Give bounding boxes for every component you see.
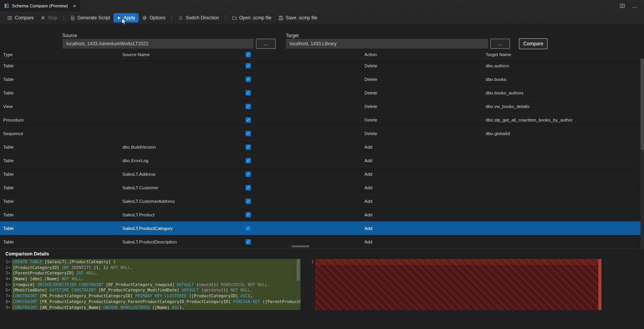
checkbox-checked-icon: ✓ bbox=[246, 77, 251, 82]
row-action: Delete bbox=[364, 91, 486, 95]
horizontal-scrollbar-thumb[interactable] bbox=[292, 245, 309, 247]
grid-row[interactable]: TableSalesLT.Product✓Add bbox=[0, 208, 644, 221]
generate-script-label: Generate Script bbox=[77, 15, 110, 21]
compare-icon bbox=[7, 15, 12, 21]
row-type: Table bbox=[0, 77, 122, 82]
grid-row[interactable]: TableSalesLT.ProductCategory✓Add bbox=[0, 221, 644, 235]
checkbox-checked-icon: ✓ bbox=[246, 104, 251, 109]
row-source-name: SalesLT.CustomerAddress bbox=[122, 199, 239, 204]
checkbox-checked-icon: ✓ bbox=[246, 131, 251, 136]
options-label: Options bbox=[149, 15, 165, 21]
row-include-checkbox[interactable]: ✓ bbox=[239, 77, 258, 82]
switch-direction-label: Switch Direction bbox=[185, 15, 219, 21]
row-type: Table bbox=[0, 145, 122, 149]
deleted-region-ruler bbox=[598, 259, 601, 310]
diff-scrollbar-thumb[interactable] bbox=[297, 259, 300, 281]
save-icon bbox=[278, 15, 283, 21]
run-compare-button[interactable]: Compare bbox=[519, 38, 548, 49]
schema-compare-icon bbox=[4, 3, 9, 9]
row-type: View bbox=[0, 104, 122, 109]
row-action: Add bbox=[364, 199, 486, 204]
vertical-scrollbar-thumb[interactable] bbox=[641, 59, 644, 150]
comparison-details-panel: Comparison Details 1+CREATE TABLE [Sales… bbox=[0, 248, 644, 329]
grid-row[interactable]: TableSalesLT.ProductDescription✓Add bbox=[0, 235, 644, 248]
target-diff-pane: 1 bbox=[306, 259, 601, 329]
select-all-checkbox[interactable]: ✓ bbox=[239, 52, 258, 57]
checkbox-checked-icon: ✓ bbox=[246, 171, 251, 177]
row-action: Add bbox=[364, 145, 486, 149]
checkbox-checked-icon: ✓ bbox=[246, 144, 251, 150]
save-scmp-button[interactable]: Save .scmp file bbox=[275, 13, 321, 22]
apply-button[interactable]: Apply bbox=[113, 13, 139, 22]
row-include-checkbox[interactable]: ✓ bbox=[239, 131, 258, 136]
close-icon[interactable]: × bbox=[73, 3, 76, 9]
source-diff-pane: 1+CREATE TABLE [SalesLT].[ProductCategor… bbox=[0, 259, 301, 329]
grid-row[interactable]: Sequence✓Deletedbo.globalId bbox=[0, 127, 644, 140]
source-diff-code: 1+CREATE TABLE [SalesLT].[ProductCategor… bbox=[0, 259, 301, 310]
deleted-region-block bbox=[315, 259, 598, 310]
row-source-name: SalesLT.ProductDescription bbox=[122, 240, 239, 244]
row-include-checkbox[interactable]: ✓ bbox=[239, 63, 258, 69]
checkbox-checked-icon: ✓ bbox=[246, 226, 251, 231]
code-line: 5+[rowguid] UNIQUEIDENTIFIER CONSTRAINT … bbox=[0, 282, 301, 288]
grid-row[interactable]: Table✓Deletedbo.books_authors bbox=[0, 86, 644, 99]
checkbox-checked-icon: ✓ bbox=[246, 90, 251, 96]
grid-row[interactable]: View✓Deletedbo.vw_books_details bbox=[0, 99, 644, 113]
row-action: Add bbox=[364, 172, 486, 176]
row-action: Delete bbox=[364, 104, 486, 109]
grid-row[interactable]: Table✓Deletedbo.authors bbox=[0, 59, 644, 72]
row-type: Procedure bbox=[0, 118, 122, 122]
row-include-checkbox[interactable]: ✓ bbox=[239, 185, 258, 190]
more-actions-icon[interactable]: … bbox=[632, 3, 638, 9]
switch-direction-button[interactable]: Switch Direction bbox=[175, 13, 222, 22]
row-action: Delete bbox=[364, 63, 486, 68]
grid-row[interactable]: Tabledbo.BuildVersion✓Add bbox=[0, 140, 644, 154]
grid-body: Table✓Deletedbo.authorsTable✓Deletedbo.b… bbox=[0, 59, 644, 248]
row-include-checkbox[interactable]: ✓ bbox=[239, 226, 258, 231]
open-scmp-button[interactable]: Open .scmp file bbox=[228, 13, 275, 22]
grid-header: Type Source Name ✓ Action Target Name bbox=[0, 50, 644, 59]
row-include-checkbox[interactable]: ✓ bbox=[239, 158, 258, 163]
row-include-checkbox[interactable]: ✓ bbox=[239, 104, 258, 109]
grid-row[interactable]: Table✓Deletedbo.books bbox=[0, 72, 644, 86]
row-type: Table bbox=[0, 91, 122, 95]
row-action: Add bbox=[364, 158, 486, 163]
code-line: 2+[ProductCategoryID] INT IDENTITY (1, 1… bbox=[0, 265, 301, 271]
generate-script-button[interactable]: Generate Script bbox=[67, 13, 113, 22]
source-input[interactable]: localhost, 1433.AdventureWorksLT2022 bbox=[62, 39, 254, 49]
row-include-checkbox[interactable]: ✓ bbox=[239, 239, 258, 245]
row-include-checkbox[interactable]: ✓ bbox=[239, 117, 258, 123]
row-include-checkbox[interactable]: ✓ bbox=[239, 199, 258, 204]
grid-row[interactable]: TableSalesLT.CustomerAddress✓Add bbox=[0, 194, 644, 208]
row-include-checkbox[interactable]: ✓ bbox=[239, 171, 258, 177]
stop-icon bbox=[41, 15, 45, 20]
row-type: Table bbox=[0, 240, 122, 244]
checkbox-checked-icon: ✓ bbox=[246, 158, 251, 163]
source-label: Source bbox=[62, 33, 77, 38]
row-type: Table bbox=[0, 226, 122, 231]
target-input[interactable]: localhost, 1433.Library bbox=[286, 39, 488, 49]
tab-schema-compare[interactable]: Schema Compare (Preview) × bbox=[0, 0, 80, 12]
stop-button[interactable]: Stop bbox=[37, 13, 61, 22]
comparison-details-title: Comparison Details bbox=[0, 249, 644, 259]
stop-label: Stop bbox=[48, 15, 57, 21]
grid-row[interactable]: Tabledbo.ErrorLog✓Add bbox=[0, 154, 644, 167]
header-source-name: Source Name bbox=[122, 52, 239, 57]
toolbar-separator bbox=[64, 15, 64, 21]
checkbox-checked-icon: ✓ bbox=[246, 63, 251, 69]
row-include-checkbox[interactable]: ✓ bbox=[239, 90, 258, 96]
row-type: Table bbox=[0, 158, 122, 163]
grid-row[interactable]: TableSalesLT.Address✓Add bbox=[0, 167, 644, 181]
grid-row[interactable]: TableSalesLT.Customer✓Add bbox=[0, 181, 644, 194]
split-editor-icon[interactable] bbox=[620, 3, 625, 9]
grid-row[interactable]: Procedure✓Deletedbo.stp_get_all_cowritte… bbox=[0, 113, 644, 127]
source-browse-button[interactable]: ... bbox=[256, 39, 276, 49]
options-button[interactable]: Options bbox=[139, 13, 169, 22]
row-include-checkbox[interactable]: ✓ bbox=[239, 144, 258, 150]
switch-direction-icon bbox=[178, 15, 183, 21]
target-browse-button[interactable]: ... bbox=[490, 39, 510, 49]
editor-tab-bar: Schema Compare (Preview) × … bbox=[0, 0, 644, 12]
row-include-checkbox[interactable]: ✓ bbox=[239, 212, 258, 218]
compare-button[interactable]: Compare bbox=[4, 13, 37, 22]
open-scmp-label: Open .scmp file bbox=[239, 15, 271, 21]
